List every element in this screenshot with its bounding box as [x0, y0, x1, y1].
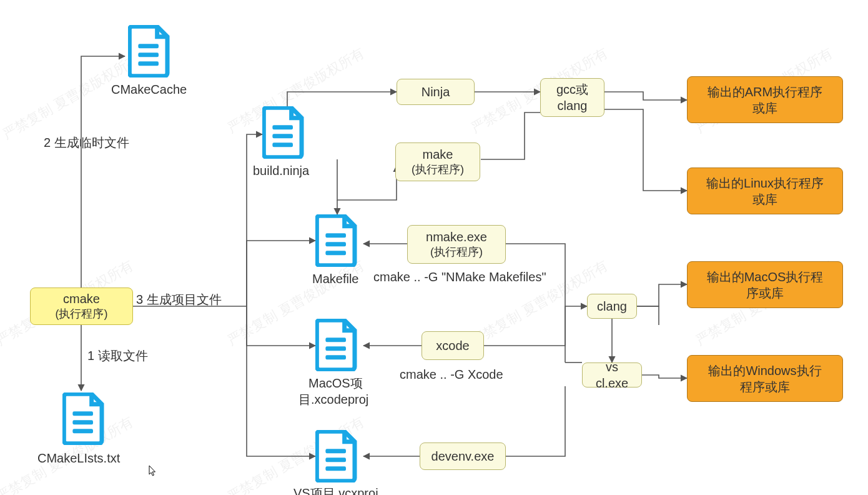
file-label-makefile: Makefile	[312, 272, 358, 286]
node-clang: clang	[587, 294, 637, 319]
node-make: make (执行程序)	[395, 142, 480, 181]
svg-rect-7	[272, 134, 293, 138]
edge-label-3: 3 生成项目文件	[136, 291, 222, 308]
node-nmake-l2: (执行程序)	[430, 245, 483, 259]
node-output-macos: 输出的MacOS执行程 序或库	[687, 261, 843, 308]
node-vscl-label: vs cl.exe	[589, 359, 635, 391]
svg-rect-16	[325, 458, 346, 462]
cmd-nmake: cmake .. -G "NMake Makefiles"	[373, 270, 546, 284]
node-ninja: Ninja	[397, 79, 475, 105]
diagram-canvas: 严禁复制 夏曹俊版权所有 严禁复制 夏曹俊版权所有 严禁复制 夏曹俊版权所有 严…	[0, 0, 868, 495]
svg-rect-5	[72, 429, 93, 433]
file-label-cmakelists: CMakeLIsts.txt	[37, 451, 120, 466]
node-ninja-label: Ninja	[422, 84, 450, 100]
svg-rect-13	[325, 346, 346, 351]
svg-rect-15	[325, 449, 346, 453]
node-cmake-exec: cmake (执行程序)	[30, 288, 133, 325]
file-icon	[315, 319, 359, 371]
file-label-vcxproj: VS项目.vcxproj	[293, 485, 378, 495]
node-devenv: devenv.exe	[420, 442, 506, 470]
node-output-arm: 输出的ARM执行程序 或库	[687, 76, 843, 123]
svg-rect-17	[325, 466, 346, 471]
node-output-windows-l2: 程序或库	[740, 379, 790, 395]
file-label-cmakecache: CMakeCache	[111, 82, 187, 97]
svg-rect-12	[325, 338, 346, 342]
file-label-buildninja: build.ninja	[253, 164, 309, 178]
node-output-linux-l1: 输出的Linux执行程序	[706, 175, 824, 191]
node-output-linux: 输出的Linux执行程序 或库	[687, 168, 843, 214]
svg-rect-14	[325, 355, 346, 359]
node-nmake: nmake.exe (执行程序)	[407, 225, 506, 264]
svg-rect-6	[272, 125, 293, 129]
node-cmake-l2: (执行程序)	[56, 307, 108, 321]
cursor-icon	[149, 465, 157, 478]
file-icon	[128, 25, 172, 78]
node-xcode-label: xcode	[436, 338, 469, 354]
svg-rect-0	[138, 44, 159, 48]
node-clang-label: clang	[597, 298, 627, 314]
file-icon	[62, 392, 106, 445]
svg-rect-2	[138, 61, 159, 66]
node-cmake-l1: cmake	[63, 291, 100, 307]
node-output-windows-l1: 输出的Windows执行	[708, 362, 821, 379]
file-label-xcodeproj-l1: MacOS项	[308, 375, 363, 392]
node-make-l1: make	[423, 146, 453, 162]
file-label-xcodeproj-l2: 目.xcodeproj	[298, 391, 368, 408]
node-xcode: xcode	[422, 331, 484, 360]
cmd-xcode: cmake .. -G Xcode	[400, 368, 503, 382]
node-gcc-clang-l1: gcc或	[556, 81, 588, 98]
svg-rect-10	[325, 242, 346, 246]
node-output-macos-l1: 输出的MacOS执行程	[707, 269, 824, 285]
node-make-l2: (执行程序)	[412, 162, 464, 177]
node-nmake-l1: nmake.exe	[426, 229, 487, 245]
file-icon	[315, 214, 359, 267]
svg-rect-1	[138, 52, 159, 57]
node-devenv-label: devenv.exe	[432, 448, 495, 464]
svg-rect-11	[325, 251, 346, 255]
node-gcc-clang-l2: clang	[558, 98, 588, 114]
node-vscl: vs cl.exe	[582, 362, 642, 388]
node-output-windows: 输出的Windows执行 程序或库	[687, 355, 843, 402]
node-gcc-clang: gcc或 clang	[540, 78, 604, 117]
node-output-arm-l2: 或库	[752, 100, 777, 116]
file-icon	[262, 106, 306, 159]
node-output-arm-l1: 输出的ARM执行程序	[708, 84, 822, 100]
edge-label-1: 1 读取文件	[87, 348, 148, 364]
svg-rect-8	[272, 142, 293, 147]
svg-rect-9	[325, 233, 346, 238]
node-output-macos-l2: 序或库	[746, 285, 784, 301]
edge-label-2: 2 生成临时文件	[44, 134, 129, 151]
file-icon	[315, 430, 359, 482]
svg-rect-4	[72, 420, 93, 424]
svg-rect-3	[72, 411, 93, 416]
node-output-linux-l2: 或库	[752, 191, 777, 208]
